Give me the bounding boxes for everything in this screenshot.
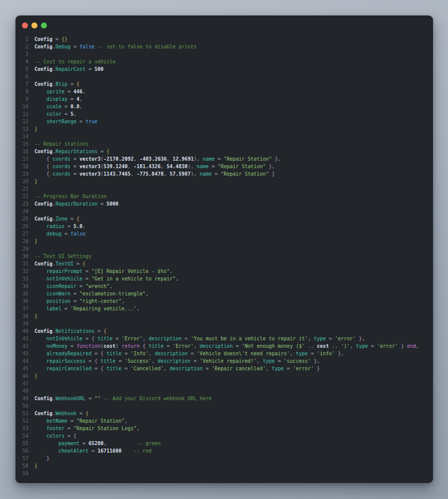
line-number: 5 (15, 65, 28, 73)
code-line (34, 208, 433, 215)
line-number: 23 (15, 200, 28, 208)
line-number: 6 (15, 73, 28, 80)
line-number: 11 (15, 110, 28, 118)
line-number: 3 (15, 50, 28, 58)
line-number: 8 (15, 88, 28, 95)
line-number: 12 (15, 118, 28, 125)
code-line: Config.RepairDuration = 5000 (34, 200, 433, 208)
line-number: 2 (15, 43, 28, 50)
code-line: { coords = vector3(539.1240, -181.4326, … (34, 163, 433, 170)
code-line: payment = 65280, -- green (34, 440, 433, 447)
code-line: radius = 5.0, (34, 223, 433, 230)
code-line (34, 387, 433, 395)
line-number: 54 (15, 432, 28, 440)
line-number: 10 (15, 103, 28, 110)
line-number: 53 (15, 425, 28, 432)
code-line: Config.RepairCost = 500 (34, 65, 433, 73)
code-line (34, 185, 433, 193)
line-number: 4 (15, 58, 28, 65)
line-number: 38 (15, 312, 28, 320)
line-number: 44 (15, 357, 28, 365)
code-line: -- Text UI Settings (34, 252, 433, 260)
line-number: 55 (15, 440, 28, 447)
line-number: 52 (15, 417, 28, 425)
line-number: 7 (15, 80, 28, 88)
code-line: colors = { (34, 432, 433, 440)
code-line: noMoney = function(cost) return { title … (34, 342, 433, 350)
code-line (34, 133, 433, 140)
code-line: scale = 0.8, (34, 103, 433, 110)
code-line: position = "right-center", (34, 297, 433, 305)
code-line: Config.WebhookURL = "" -- Add your Disco… (34, 395, 433, 402)
line-number: 19 (15, 170, 28, 178)
line-number: 49 (15, 395, 28, 402)
line-number: 43 (15, 350, 28, 357)
line-number: 35 (15, 290, 28, 297)
line-number: 50 (15, 402, 28, 410)
code-line (34, 320, 433, 327)
code-line: -- Cost to repair a vehicle (34, 58, 433, 65)
code-line: } (34, 312, 433, 320)
line-number: 40 (15, 327, 28, 335)
line-number: 32 (15, 267, 28, 275)
code-line: footer = "Repair Station Logs", (34, 425, 433, 432)
line-number: 36 (15, 297, 28, 305)
code-line: } (34, 455, 433, 462)
code-line: } (34, 372, 433, 380)
code-line: { coords = vector3(1143.7465, -775.8478,… (34, 170, 433, 178)
line-number: 31 (15, 260, 28, 267)
line-number: 26 (15, 223, 28, 230)
code-lines: Config = {}Config.Debug = false -- set t… (34, 35, 433, 477)
code-line (34, 402, 433, 410)
code-line: } (34, 178, 433, 185)
gutter: 1234567891011121314151617181920212223242… (15, 35, 28, 477)
code-line: iconRepair = "wrench", (34, 282, 433, 290)
code-line: Config.RepairStations = { (34, 148, 433, 155)
line-number: 58 (15, 462, 28, 470)
code-line: shortRange = true (34, 118, 433, 125)
code-line: Config.Zone = { (34, 215, 433, 223)
line-number: 56 (15, 447, 28, 455)
line-number: 34 (15, 282, 28, 290)
line-number: 16 (15, 148, 28, 155)
code-line: Config.Notifications = { (34, 327, 433, 335)
line-number: 48 (15, 387, 28, 395)
line-number: 29 (15, 245, 28, 252)
code-line: notInVehicle = { title = 'Error', descri… (34, 335, 433, 342)
code-line: Config.TextUI = { (34, 260, 433, 267)
code-line: Config.Blip = { (34, 80, 433, 88)
code-line (34, 245, 433, 252)
line-number: 22 (15, 193, 28, 200)
titlebar[interactable] (15, 15, 433, 35)
code-line: display = 4, (34, 95, 433, 103)
code-line: { coords = vector3(-2170.2092, -403.2636… (34, 155, 433, 163)
line-number: 28 (15, 238, 28, 245)
line-number: 59 (15, 470, 28, 477)
minimize-button[interactable] (31, 22, 37, 28)
code-line: iconWarn = "exclamation-triangle", (34, 290, 433, 297)
line-number: 42 (15, 342, 28, 350)
code-line: } (34, 238, 433, 245)
line-number: 33 (15, 275, 28, 282)
line-number: 21 (15, 185, 28, 193)
code-line: color = 5, (34, 110, 433, 118)
code-line: debug = false (34, 230, 433, 238)
line-number: 17 (15, 155, 28, 163)
maximize-button[interactable] (41, 22, 47, 28)
code-editor-window: 1234567891011121314151617181920212223242… (15, 15, 433, 483)
line-number: 57 (15, 455, 28, 462)
code-line: repairCancelled = { title = 'Cancelled',… (34, 365, 433, 372)
line-number: 18 (15, 163, 28, 170)
line-number: 30 (15, 252, 28, 260)
code-line: label = 'Repairing vehicle...', (34, 305, 433, 312)
line-number: 45 (15, 365, 28, 372)
code-line (34, 380, 433, 387)
code-line: Config.Debug = false -- set to false to … (34, 43, 433, 50)
line-number: 41 (15, 335, 28, 342)
close-button[interactable] (22, 22, 28, 28)
line-number: 46 (15, 372, 28, 380)
code-line: } (34, 125, 433, 133)
code-line: Config = {} (34, 35, 433, 43)
code-line (34, 50, 433, 58)
code-editor[interactable]: 1234567891011121314151617181920212223242… (15, 35, 433, 482)
